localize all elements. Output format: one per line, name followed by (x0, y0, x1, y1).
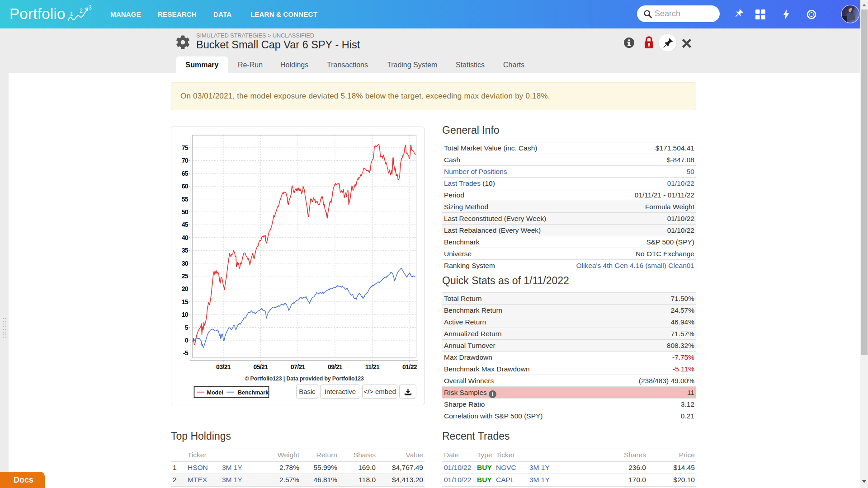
svg-text:01/22: 01/22 (402, 363, 417, 371)
svg-text:Benchmark: Benchmark (238, 389, 269, 396)
svg-text:10: 10 (182, 311, 189, 318)
svg-text:65: 65 (182, 170, 189, 177)
svg-text:50: 50 (182, 208, 189, 216)
svg-text:© Portfolio123 | Data provided: © Portfolio123 | Data provided by Portfo… (245, 375, 364, 382)
svg-text:0: 0 (185, 337, 189, 344)
svg-text:5: 5 (185, 324, 189, 331)
svg-text:11/21: 11/21 (365, 363, 380, 371)
svg-text:75: 75 (182, 144, 189, 151)
svg-text:2: 2 (80, 8, 83, 14)
svg-text:03/21: 03/21 (216, 363, 231, 371)
svg-text:70: 70 (182, 157, 189, 164)
svg-text:3: 3 (89, 5, 92, 11)
svg-text:1: 1 (70, 11, 73, 17)
svg-text:Model: Model (207, 389, 223, 396)
svg-text:25: 25 (182, 272, 189, 280)
svg-text:40: 40 (182, 234, 189, 241)
svg-text:30: 30 (182, 260, 189, 267)
svg-text:55: 55 (182, 196, 189, 203)
svg-text:45: 45 (182, 221, 189, 228)
svg-text:35: 35 (182, 247, 189, 254)
svg-text:-5: -5 (183, 349, 189, 357)
svg-text:15: 15 (182, 298, 189, 305)
svg-text:20: 20 (182, 285, 189, 292)
svg-text:05/21: 05/21 (253, 363, 268, 371)
svg-text:07/21: 07/21 (291, 363, 306, 371)
svg-text:09/21: 09/21 (328, 363, 343, 371)
svg-text:60: 60 (182, 183, 189, 190)
